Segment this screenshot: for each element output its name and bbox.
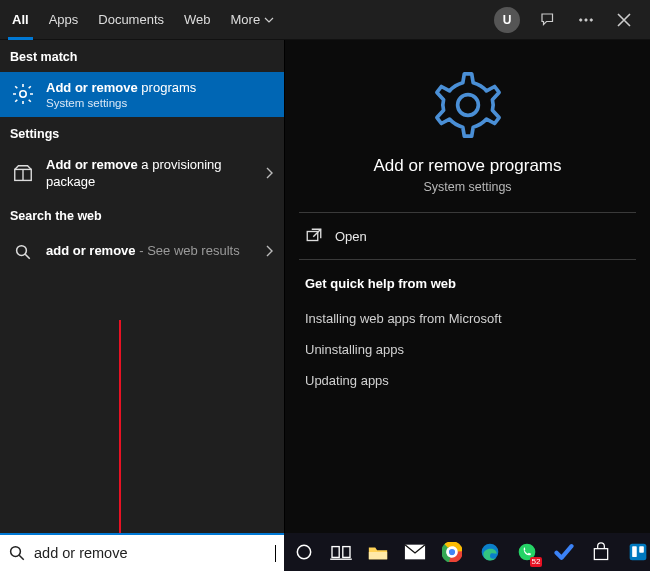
search-bar[interactable]	[0, 533, 284, 571]
settings-header: Settings	[0, 117, 284, 149]
more-options-icon[interactable]	[576, 10, 596, 30]
taskbar-store[interactable]	[590, 539, 613, 565]
taskbar-taskview[interactable]	[329, 539, 352, 565]
best-match-header: Best match	[0, 40, 284, 72]
svg-rect-11	[332, 547, 339, 558]
taskbar-cortana[interactable]	[292, 539, 315, 565]
taskbar-whatsapp[interactable]: 52	[515, 539, 538, 565]
notification-badge: 52	[530, 557, 543, 567]
result-web[interactable]: add or remove - See web results	[0, 231, 284, 273]
detail-title: Add or remove programs	[373, 156, 561, 176]
action-open[interactable]: Open	[285, 213, 650, 259]
tab-apps[interactable]: Apps	[39, 0, 89, 39]
svg-point-1	[585, 18, 587, 20]
svg-rect-8	[307, 232, 318, 241]
search-input[interactable]	[34, 545, 267, 561]
svg-point-9	[11, 547, 21, 557]
results-pane: Best match Add or remove programs System…	[0, 40, 284, 533]
svg-point-2	[590, 18, 592, 20]
svg-point-0	[580, 18, 582, 20]
feedback-icon[interactable]	[538, 10, 558, 30]
tab-more[interactable]: More	[221, 0, 285, 39]
svg-point-7	[457, 95, 478, 116]
help-heading: Get quick help from web	[305, 276, 630, 291]
taskbar-mail[interactable]	[404, 539, 427, 565]
detail-pane: Add or remove programs System settings O…	[284, 40, 650, 533]
help-link-install[interactable]: Installing web apps from Microsoft	[305, 303, 630, 334]
search-web-header: Search the web	[0, 199, 284, 231]
svg-rect-26	[633, 546, 638, 557]
svg-rect-24	[595, 549, 608, 560]
svg-rect-14	[369, 552, 387, 559]
gear-icon	[10, 81, 36, 107]
search-icon	[8, 544, 26, 562]
chevron-right-icon	[264, 243, 274, 261]
svg-rect-12	[343, 547, 350, 558]
svg-point-3	[20, 91, 26, 97]
tab-documents[interactable]: Documents	[88, 0, 174, 39]
svg-point-5	[17, 245, 27, 255]
result-best-match[interactable]: Add or remove programs System settings	[0, 72, 284, 117]
taskbar: 52	[284, 533, 650, 571]
package-icon	[10, 161, 36, 187]
chevron-down-icon	[264, 15, 274, 25]
taskbar-trello[interactable]	[627, 539, 650, 565]
user-avatar[interactable]: U	[494, 7, 520, 33]
help-link-uninstall[interactable]: Uninstalling apps	[305, 334, 630, 365]
svg-rect-27	[640, 546, 645, 553]
tab-web[interactable]: Web	[174, 0, 221, 39]
help-link-update[interactable]: Updating apps	[305, 365, 630, 396]
gear-large-icon	[431, 68, 505, 142]
svg-point-10	[297, 545, 310, 558]
search-scope-tabs: All Apps Documents Web More U	[0, 0, 650, 40]
taskbar-file-explorer[interactable]	[366, 539, 389, 565]
tab-all[interactable]: All	[2, 12, 39, 27]
taskbar-todo[interactable]	[552, 539, 575, 565]
taskbar-chrome[interactable]	[441, 539, 464, 565]
result-settings-provisioning[interactable]: Add or remove a provisioning package	[0, 149, 284, 199]
close-icon[interactable]	[614, 10, 634, 30]
chevron-right-icon	[264, 165, 274, 183]
search-icon	[10, 239, 36, 265]
open-icon	[305, 227, 323, 245]
taskbar-edge[interactable]	[478, 539, 501, 565]
detail-subtitle: System settings	[423, 180, 511, 194]
